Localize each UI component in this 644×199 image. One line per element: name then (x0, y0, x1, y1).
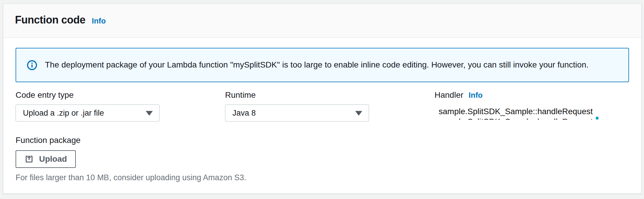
handler-label: Handler (435, 90, 463, 100)
code-entry-type-label: Code entry type (16, 90, 225, 100)
info-circle-icon (27, 60, 37, 70)
panel-title: Function code (15, 14, 85, 26)
handler-label-row: Handler Info (435, 90, 629, 100)
runtime-value: Java 8 (232, 109, 256, 118)
caret-down-icon (355, 111, 362, 116)
handler-value[interactable]: sample.SplitSDK_Sample::handleRequest (435, 107, 629, 116)
code-entry-type-select[interactable]: Upload a .zip or .jar file (16, 104, 160, 122)
code-entry-type-value: Upload a .zip or .jar file (23, 109, 104, 118)
handler-clipped-artifact: sample.SplitSDK_Sample::handleRequest (435, 117, 629, 120)
handler-field: Handler Info sample.SplitSDK_Sample::han… (435, 90, 629, 122)
panel-body: The deployment package of your Lambda fu… (3, 48, 641, 182)
runtime-select[interactable]: Java 8 (225, 104, 369, 122)
panel-header: Function code Info (3, 4, 641, 38)
cursor-artifact (596, 117, 598, 119)
function-package-label: Function package (16, 136, 629, 145)
code-entry-type-field: Code entry type Upload a .zip or .jar fi… (16, 90, 225, 122)
panel-info-link[interactable]: Info (92, 16, 106, 26)
alert-message: The deployment package of your Lambda fu… (45, 60, 588, 70)
upload-icon (24, 154, 34, 164)
info-alert: The deployment package of your Lambda fu… (16, 48, 629, 82)
runtime-field: Runtime Java 8 (225, 90, 435, 122)
function-package-section: Function package Upload For files larger… (16, 136, 629, 182)
runtime-label: Runtime (225, 90, 435, 100)
caret-down-icon (146, 111, 153, 116)
upload-helper-text: For files larger than 10 MB, consider up… (16, 173, 629, 182)
handler-info-link[interactable]: Info (469, 91, 483, 100)
upload-button[interactable]: Upload (16, 150, 76, 168)
upload-button-label: Upload (39, 154, 67, 164)
function-code-panel: Function code Info The deployment packag… (3, 4, 642, 194)
code-settings-row: Code entry type Upload a .zip or .jar fi… (16, 90, 629, 122)
